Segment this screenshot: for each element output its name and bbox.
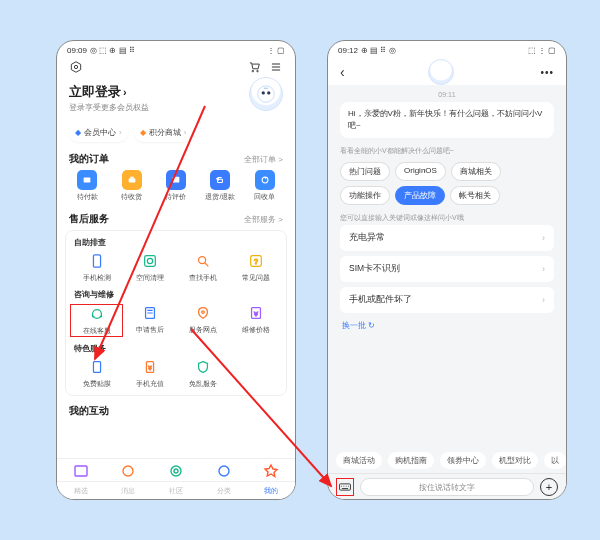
more-icon[interactable]: ••• xyxy=(538,67,554,78)
interact-item-4[interactable] xyxy=(200,462,248,480)
aftersale-more[interactable]: 全部服务 > xyxy=(244,214,283,225)
quick-coupon[interactable]: 领券中心 xyxy=(440,452,486,469)
plus-button[interactable]: + xyxy=(540,478,558,496)
tab-mine[interactable]: 我的 xyxy=(247,486,295,496)
space-clean[interactable]: 空间清理 xyxy=(123,252,176,283)
chip-fault[interactable]: 产品故障 xyxy=(395,186,445,205)
svg-rect-17 xyxy=(218,179,223,182)
selfcheck-head: 自助排查 xyxy=(70,235,282,250)
chip-function[interactable]: 功能操作 xyxy=(340,186,390,205)
svg-rect-12 xyxy=(128,178,135,182)
quick-compare[interactable]: 机型对比 xyxy=(492,452,538,469)
keyboard-icon xyxy=(338,480,352,494)
svg-text:¥: ¥ xyxy=(254,310,258,317)
tab-featured[interactable]: 精选 xyxy=(57,486,105,496)
svg-point-39 xyxy=(174,469,178,473)
find-phone[interactable]: 查找手机 xyxy=(176,252,229,283)
orders-more[interactable]: 全部订单 > xyxy=(244,154,283,165)
tab-category[interactable]: 分类 xyxy=(200,486,248,496)
free-film[interactable]: 免费贴膜 xyxy=(70,358,123,389)
faq-sim[interactable]: SIM卡不识别› xyxy=(340,256,554,282)
quick-activity[interactable]: 商城活动 xyxy=(336,452,382,469)
hint-2: 您可以直接输入关键词或像这样问小V哦 xyxy=(328,211,566,225)
order-pending-receive[interactable]: 待收货 xyxy=(109,170,153,202)
tab-message[interactable]: 消息 xyxy=(105,486,153,496)
phone-check[interactable]: 手机检测 xyxy=(70,252,123,283)
member-center-pill[interactable]: ◆会员中心› xyxy=(69,123,128,142)
coin-icon: ◆ xyxy=(140,128,146,137)
quick-more[interactable]: 以 xyxy=(544,452,566,469)
consult-grid: 在线客服 申请售后 服务网点 ¥维修价格 xyxy=(70,302,282,341)
svg-point-37 xyxy=(123,466,133,476)
svg-point-38 xyxy=(171,466,181,476)
chip-hot[interactable]: 热门问题 xyxy=(340,162,390,181)
settings-hex-icon[interactable] xyxy=(69,60,83,74)
chip-originos[interactable]: OriginOS xyxy=(395,162,446,181)
interact-item-3[interactable] xyxy=(152,462,200,480)
keyboard-button[interactable] xyxy=(336,478,354,496)
apply-aftersale[interactable]: 申请售后 xyxy=(123,304,176,337)
status-icons-right: ⬚ ⋮ ▢ xyxy=(528,46,556,55)
svg-rect-19 xyxy=(93,255,100,267)
phone-recharge[interactable]: ¥手机充值 xyxy=(123,358,176,389)
voice-input[interactable]: 按住说话转文字 xyxy=(360,478,534,496)
service-point[interactable]: 服务网点 xyxy=(176,304,229,337)
chevron-right-icon: › xyxy=(123,86,127,98)
consult-head: 咨询与维修 xyxy=(70,287,282,302)
svg-point-1 xyxy=(74,65,77,68)
aftersale-card: 自助排查 手机检测 空间清理 查找手机 ?常见问题 咨询与维修 在线客服 申请售… xyxy=(65,230,287,396)
hint-1: 看看全能的小V都能解决什么问题吧~ xyxy=(328,144,566,158)
interact-item-5[interactable] xyxy=(247,462,295,480)
order-pending-review[interactable]: 待评价 xyxy=(154,170,198,202)
faq-charging[interactable]: 充电异常› xyxy=(340,225,554,251)
svg-point-21 xyxy=(147,258,152,263)
status-icons-right: ⋮ ▢ xyxy=(267,46,285,55)
chat-body: 09:11 Hi，亲爱的V粉，新年快乐！有什么问题，不妨问问小V吧~ 看看全能的… xyxy=(328,85,566,483)
order-pending-pay[interactable]: 待付款 xyxy=(65,170,109,202)
points-mall-pill[interactable]: ◆积分商城› xyxy=(134,123,193,142)
menu-icon[interactable] xyxy=(269,60,283,74)
back-button[interactable]: ‹ xyxy=(340,64,345,80)
faq-broken[interactable]: 手机或配件坏了› xyxy=(340,287,554,313)
svg-rect-13 xyxy=(130,177,133,179)
svg-line-23 xyxy=(204,263,208,267)
status-time: 09:12 xyxy=(338,46,358,55)
svg-point-2 xyxy=(252,70,254,72)
cart-icon[interactable] xyxy=(247,60,261,74)
avatar[interactable] xyxy=(249,77,283,111)
quick-guide[interactable]: 购机指南 xyxy=(388,452,434,469)
greeting-bubble: Hi，亲爱的V粉，新年快乐！有什么问题，不妨问问小V吧~ xyxy=(340,102,554,138)
chevron-right-icon: › xyxy=(542,264,545,274)
repair-price[interactable]: ¥维修价格 xyxy=(229,304,282,337)
svg-point-30 xyxy=(201,311,204,314)
bot-avatar[interactable] xyxy=(428,59,454,85)
svg-rect-14 xyxy=(173,177,180,183)
interact-item-1[interactable] xyxy=(57,462,105,480)
topic-chips: 热门问题 OriginOS 商城相关 功能操作 产品故障 帐号相关 xyxy=(328,158,566,211)
svg-point-16 xyxy=(176,179,177,180)
tab-community[interactable]: 社区 xyxy=(152,486,200,496)
special-grid: 免费贴膜 ¥手机充值 免乱服务 xyxy=(70,356,282,393)
carefree-service[interactable]: 免乱服务 xyxy=(176,358,229,389)
online-service[interactable]: 在线客服 xyxy=(70,304,123,337)
phone-left: 09:09◎ ⬚ ⊕ ▤ ⠿ ⋮ ▢ 立即登录› 登录享受更多会员权益 ◆会员中… xyxy=(56,40,296,500)
order-return[interactable]: 退货/退款 xyxy=(198,170,242,202)
special-head: 特色服务 xyxy=(70,341,282,356)
order-recycle[interactable]: 回收单 xyxy=(243,170,287,202)
chip-account[interactable]: 帐号相关 xyxy=(450,186,500,205)
top-bar xyxy=(57,59,295,79)
svg-point-8 xyxy=(262,91,265,94)
aftersale-title: 售后服务 xyxy=(69,212,109,226)
chevron-right-icon: › xyxy=(542,295,545,305)
svg-rect-36 xyxy=(75,466,87,476)
status-icons-left: ⊕ ▤ ⠿ ◎ xyxy=(361,46,396,55)
interact-item-2[interactable] xyxy=(105,462,153,480)
refresh-link[interactable]: 换一批 ↻ xyxy=(328,318,566,337)
login-subtitle: 登录享受更多会员权益 xyxy=(69,102,283,113)
svg-point-9 xyxy=(267,91,270,94)
chip-mall[interactable]: 商城相关 xyxy=(451,162,501,181)
svg-rect-33 xyxy=(93,362,100,373)
faq[interactable]: ?常见问题 xyxy=(229,252,282,283)
chevron-right-icon: › xyxy=(542,233,545,243)
svg-rect-20 xyxy=(144,256,155,267)
